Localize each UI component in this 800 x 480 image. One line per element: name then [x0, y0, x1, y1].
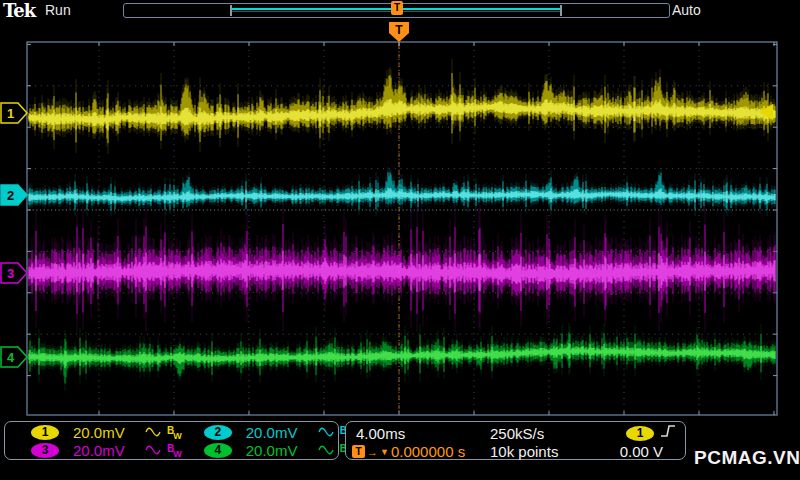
trigger-t-icon: T [352, 445, 365, 458]
channel-3-readout[interactable]: 3 20.0mV BW [9, 441, 182, 459]
trigger-position-readout: 0.000000 s [391, 443, 465, 460]
scope-display: 1234 T [0, 0, 800, 480]
trigger-source-badge: 1 [626, 426, 654, 441]
channel-1-position-marker[interactable]: 1 [1, 103, 27, 123]
horizontal-trigger-box: 4.00ms 250kS/s 1 T→▼ 0.000000 s 10k poin… [345, 421, 686, 460]
channel-1-badge: 1 [31, 425, 59, 440]
channel-3-position-marker[interactable]: 3 [1, 263, 27, 283]
arrow-right-icon: → [367, 446, 378, 458]
marker-number: 2 [7, 188, 14, 203]
bandwidth-limit-indicator: BW [167, 423, 182, 441]
channel-2-position-marker[interactable]: 2 [1, 185, 27, 205]
ac-coupling-icon [145, 444, 161, 456]
oscilloscope-screen: Tek Run T Auto 1234 T 1 20.0mV [0, 0, 800, 480]
triangle-down-icon: ▼ [380, 447, 389, 457]
sample-rate: 250kS/s [490, 425, 620, 442]
channel-4-badge: 4 [204, 443, 232, 458]
channel-markers: 1234 [1, 103, 27, 367]
waveforms [29, 59, 775, 391]
channel-3-scale: 20.0mV [73, 442, 135, 459]
trigger-bar-marker[interactable]: T [391, 1, 403, 15]
marker-number: 1 [7, 106, 14, 121]
ac-coupling-icon [318, 444, 334, 456]
channel-2-readout[interactable]: 2 20.0mV BW [182, 423, 355, 441]
channel-4-position-marker[interactable]: 4 [1, 347, 27, 367]
watermark: PCMAG.VN [694, 447, 800, 469]
flag-label: T [395, 23, 403, 37]
channel-2-badge: 2 [204, 425, 232, 440]
bandwidth-limit-indicator: BW [167, 441, 182, 459]
channel-readouts-box: 1 20.0mV BW 2 20.0mV BW 3 20.0mV [4, 421, 339, 460]
marker-number: 3 [7, 266, 14, 281]
marker-number: 4 [7, 350, 15, 365]
ac-coupling-icon [145, 426, 161, 438]
ac-coupling-icon [318, 426, 334, 438]
time-scale: 4.00ms [352, 425, 490, 442]
status-bar: 1 20.0mV BW 2 20.0mV BW 3 20.0mV [0, 418, 800, 480]
channel-3-badge: 3 [31, 443, 59, 458]
trigger-level-readout: 0.00 V [620, 443, 677, 460]
record-length: 10k points [490, 443, 620, 460]
channel-4-scale: 20.0mV [246, 442, 308, 459]
trigger-position-flag[interactable]: T [389, 22, 409, 42]
channel-2-scale: 20.0mV [246, 424, 308, 441]
trigger-position-cell: T→▼ 0.000000 s [352, 443, 490, 460]
trigger-slope-rising-icon [659, 423, 677, 443]
channel-1-scale: 20.0mV [73, 424, 135, 441]
channel-1-readout[interactable]: 1 20.0mV BW [9, 423, 182, 441]
channel-4-readout[interactable]: 4 20.0mV BW [182, 441, 355, 459]
trigger-source-cell[interactable]: 1 [620, 423, 677, 443]
